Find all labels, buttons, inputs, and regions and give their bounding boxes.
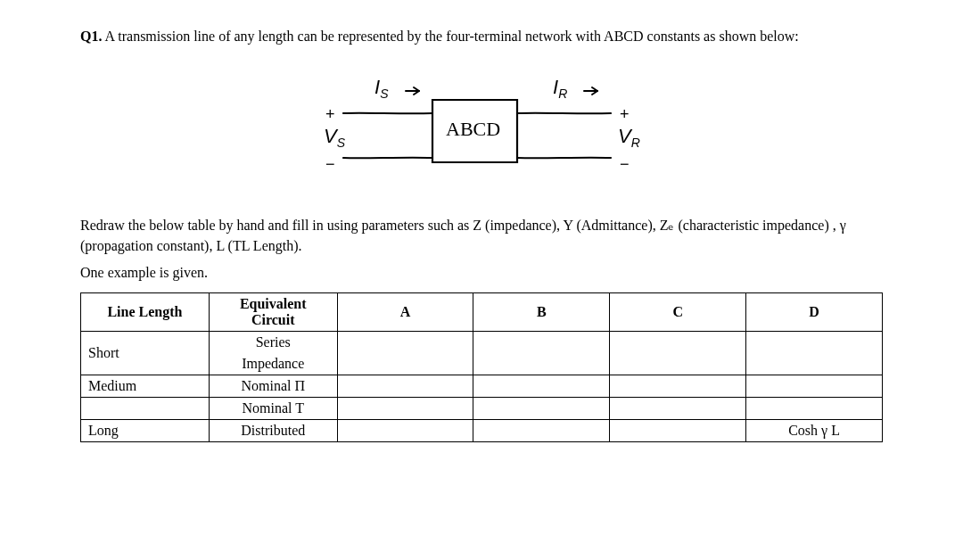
vs-minus: − [325, 155, 335, 173]
table-header-row: Line Length Equivalent Circuit A B C D [81, 292, 883, 331]
cell-a-3 [337, 419, 473, 441]
col-c: C [610, 292, 746, 331]
svg-text:VR: VR [618, 125, 640, 150]
cell-a-2 [337, 397, 473, 419]
question-number: Q1. [80, 29, 102, 44]
cell-a-0 [337, 331, 473, 375]
cell-length-long: Long [81, 419, 210, 441]
table-row: Short Series [81, 331, 883, 353]
instruction-p1: Redraw the below table by hand and fill … [80, 216, 883, 256]
col-d: D [746, 292, 883, 331]
cell-d-1 [746, 375, 883, 397]
cell-c-1 [610, 375, 746, 397]
cell-length-short: Short [81, 331, 210, 375]
question-body: A transmission line of any length can be… [105, 29, 799, 44]
col-b: B [473, 292, 610, 331]
cell-c-2 [610, 397, 746, 419]
cell-circuit-pi: Nominal Π [209, 375, 337, 397]
col-a: A [337, 292, 473, 331]
box-label: ABCD [446, 118, 500, 140]
cell-circuit-t: Nominal T [209, 397, 337, 419]
vs-plus: + [325, 105, 335, 123]
question-prompt: Q1. A transmission line of any length ca… [80, 27, 883, 46]
cell-b-2 [473, 397, 610, 419]
cell-circuit-series2: Impedance [209, 353, 337, 375]
ir-label-sub: R [558, 86, 567, 101]
cell-length-medium: Medium [81, 375, 210, 397]
cell-b-3 [473, 419, 610, 441]
cell-a-1 [337, 375, 473, 397]
col-line-length: Line Length [81, 292, 210, 331]
cell-c-0 [610, 331, 746, 375]
vr-minus: − [620, 155, 630, 173]
table-row: Medium Nominal Π [81, 375, 883, 397]
table-row: Long Distributed Cosh γ L [81, 419, 883, 441]
cell-b-0 [473, 331, 610, 375]
cell-length-blank [81, 397, 210, 419]
svg-text:IR: IR [553, 76, 567, 101]
cell-d-0 [746, 331, 883, 375]
table-row: Nominal T [81, 397, 883, 419]
svg-text:IS: IS [374, 76, 389, 101]
cell-circuit-dist: Distributed [209, 419, 337, 441]
cell-circuit-series1: Series [209, 331, 337, 353]
instruction-p2: One example is given. [80, 263, 883, 283]
circuit-diagram: IS IR + VS − + VR − ABCD [259, 64, 704, 189]
vs-label-sub: S [337, 136, 346, 150]
cell-d-3: Cosh γ L [746, 419, 883, 441]
svg-text:VS: VS [324, 125, 346, 150]
cell-c-3 [610, 419, 746, 441]
vr-plus: + [620, 105, 630, 123]
cell-d-2 [746, 397, 883, 419]
col-equiv-circuit: Equivalent Circuit [209, 292, 337, 331]
cell-b-1 [473, 375, 610, 397]
is-label-sub: S [380, 86, 389, 101]
abcd-table: Line Length Equivalent Circuit A B C D S… [80, 292, 883, 442]
vr-label-sub: R [631, 136, 640, 150]
